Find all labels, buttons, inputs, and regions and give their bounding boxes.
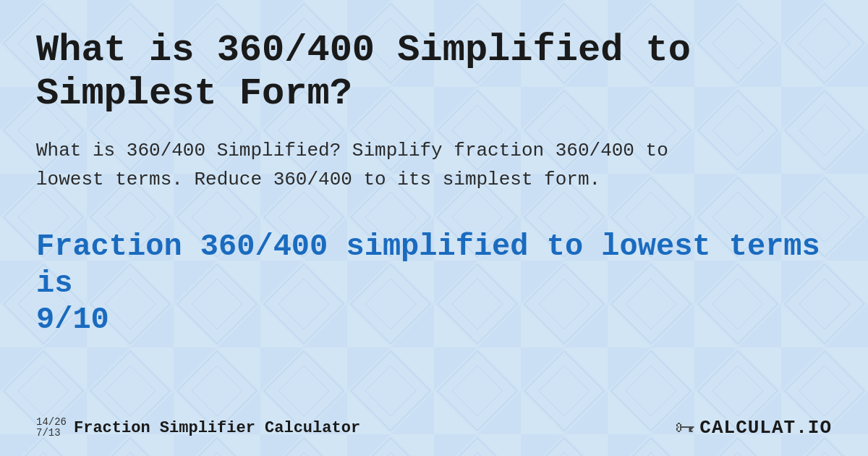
fraction-top: 14/26 xyxy=(36,417,67,428)
site-title: Fraction Simplifier Calculator xyxy=(74,419,360,437)
footer-left: 14/26 7/13 Fraction Simplifier Calculato… xyxy=(36,417,360,439)
footer: 14/26 7/13 Fraction Simplifier Calculato… xyxy=(36,415,832,440)
result-text: Fraction 360/400 simplified to lowest te… xyxy=(36,229,832,338)
logo-icon: 🗝 xyxy=(675,415,695,440)
page-title: What is 360/400 Simplified to Simplest F… xyxy=(36,29,832,116)
logo-area: 🗝 CALCULAT.IO xyxy=(675,415,832,440)
result-section: Fraction 360/400 simplified to lowest te… xyxy=(36,229,832,338)
logo-text: CALCULAT.IO xyxy=(699,417,832,439)
description-text: What is 360/400 Simplified? Simplify fra… xyxy=(36,136,832,195)
fraction-bottom: 7/13 xyxy=(36,428,67,439)
fraction-stack: 14/26 7/13 xyxy=(36,417,67,439)
